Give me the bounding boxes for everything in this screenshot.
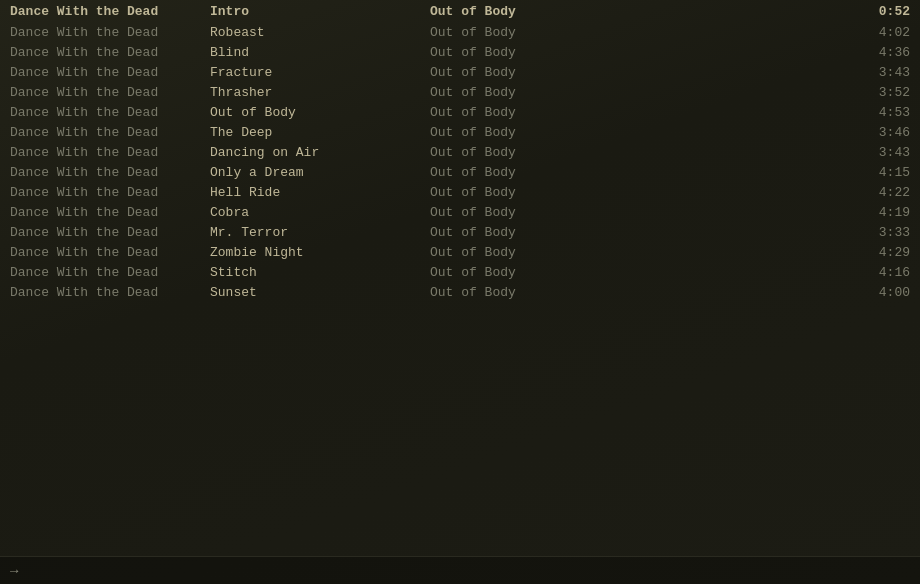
table-row[interactable]: Dance With the DeadCobraOut of Body4:19 — [0, 202, 920, 222]
header-album: Out of Body — [430, 4, 850, 19]
track-duration: 4:16 — [850, 265, 910, 280]
main-container: Dance With the Dead Intro Out of Body 0:… — [0, 0, 920, 584]
arrow-icon: → — [10, 563, 18, 579]
table-row[interactable]: Dance With the DeadOnly a DreamOut of Bo… — [0, 162, 920, 182]
track-title: Hell Ride — [210, 185, 430, 200]
track-title: Fracture — [210, 65, 430, 80]
track-artist: Dance With the Dead — [10, 205, 210, 220]
track-artist: Dance With the Dead — [10, 85, 210, 100]
track-album: Out of Body — [430, 125, 850, 140]
track-artist: Dance With the Dead — [10, 45, 210, 60]
table-row[interactable]: Dance With the DeadBlindOut of Body4:36 — [0, 42, 920, 62]
track-duration: 4:15 — [850, 165, 910, 180]
track-title: Only a Dream — [210, 165, 430, 180]
table-row[interactable]: Dance With the DeadSunsetOut of Body4:00 — [0, 282, 920, 302]
track-duration: 4:02 — [850, 25, 910, 40]
track-artist: Dance With the Dead — [10, 105, 210, 120]
track-album: Out of Body — [430, 45, 850, 60]
track-album: Out of Body — [430, 145, 850, 160]
track-list-header: Dance With the Dead Intro Out of Body 0:… — [0, 2, 920, 22]
track-title: Thrasher — [210, 85, 430, 100]
track-title: The Deep — [210, 125, 430, 140]
track-artist: Dance With the Dead — [10, 285, 210, 300]
track-duration: 3:33 — [850, 225, 910, 240]
track-duration: 4:36 — [850, 45, 910, 60]
table-row[interactable]: Dance With the DeadDancing on AirOut of … — [0, 142, 920, 162]
track-album: Out of Body — [430, 225, 850, 240]
track-album: Out of Body — [430, 205, 850, 220]
track-artist: Dance With the Dead — [10, 65, 210, 80]
track-title: Mr. Terror — [210, 225, 430, 240]
table-row[interactable]: Dance With the DeadRobeastOut of Body4:0… — [0, 22, 920, 42]
track-title: Blind — [210, 45, 430, 60]
track-artist: Dance With the Dead — [10, 265, 210, 280]
track-album: Out of Body — [430, 245, 850, 260]
track-duration: 4:19 — [850, 205, 910, 220]
track-album: Out of Body — [430, 185, 850, 200]
table-row[interactable]: Dance With the DeadZombie NightOut of Bo… — [0, 242, 920, 262]
track-duration: 3:43 — [850, 145, 910, 160]
track-duration: 3:43 — [850, 65, 910, 80]
header-duration: 0:52 — [850, 4, 910, 19]
track-title: Dancing on Air — [210, 145, 430, 160]
track-list: Dance With the Dead Intro Out of Body 0:… — [0, 0, 920, 302]
track-title: Out of Body — [210, 105, 430, 120]
track-duration: 4:00 — [850, 285, 910, 300]
header-title: Intro — [210, 4, 430, 19]
table-row[interactable]: Dance With the DeadHell RideOut of Body4… — [0, 182, 920, 202]
header-artist: Dance With the Dead — [10, 4, 210, 19]
track-title: Robeast — [210, 25, 430, 40]
track-title: Zombie Night — [210, 245, 430, 260]
track-title: Cobra — [210, 205, 430, 220]
track-duration: 4:29 — [850, 245, 910, 260]
track-artist: Dance With the Dead — [10, 165, 210, 180]
track-artist: Dance With the Dead — [10, 25, 210, 40]
table-row[interactable]: Dance With the DeadThe DeepOut of Body3:… — [0, 122, 920, 142]
track-duration: 4:22 — [850, 185, 910, 200]
track-album: Out of Body — [430, 165, 850, 180]
track-artist: Dance With the Dead — [10, 225, 210, 240]
track-album: Out of Body — [430, 285, 850, 300]
track-album: Out of Body — [430, 105, 850, 120]
table-row[interactable]: Dance With the DeadMr. TerrorOut of Body… — [0, 222, 920, 242]
track-artist: Dance With the Dead — [10, 185, 210, 200]
table-row[interactable]: Dance With the DeadStitchOut of Body4:16 — [0, 262, 920, 282]
track-title: Sunset — [210, 285, 430, 300]
tracks-container: Dance With the DeadRobeastOut of Body4:0… — [0, 22, 920, 302]
track-album: Out of Body — [430, 25, 850, 40]
track-artist: Dance With the Dead — [10, 145, 210, 160]
table-row[interactable]: Dance With the DeadOut of BodyOut of Bod… — [0, 102, 920, 122]
track-album: Out of Body — [430, 85, 850, 100]
track-duration: 4:53 — [850, 105, 910, 120]
track-title: Stitch — [210, 265, 430, 280]
track-album: Out of Body — [430, 265, 850, 280]
table-row[interactable]: Dance With the DeadThrasherOut of Body3:… — [0, 82, 920, 102]
track-artist: Dance With the Dead — [10, 125, 210, 140]
track-duration: 3:52 — [850, 85, 910, 100]
bottom-bar: → — [0, 556, 920, 584]
track-duration: 3:46 — [850, 125, 910, 140]
table-row[interactable]: Dance With the DeadFractureOut of Body3:… — [0, 62, 920, 82]
track-artist: Dance With the Dead — [10, 245, 210, 260]
track-album: Out of Body — [430, 65, 850, 80]
